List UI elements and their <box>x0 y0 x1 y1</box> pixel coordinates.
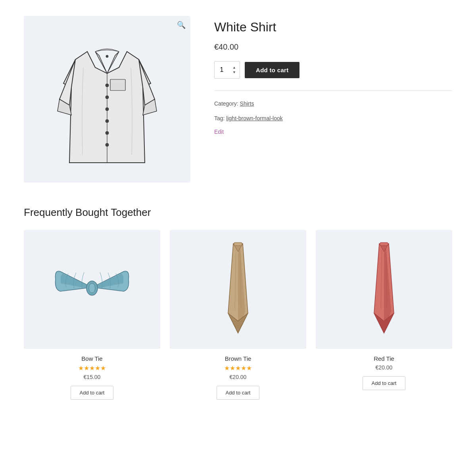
product-category: Category: Shirts <box>214 99 452 109</box>
fbt-item-name-2: Red Tie <box>374 355 394 362</box>
quantity-spinners: ▲ ▼ <box>232 65 237 75</box>
fbt-card-bow-tie: Bow Tie ★★★★★ €15.00 Add to cart <box>24 230 160 400</box>
svg-point-6 <box>106 131 109 135</box>
fbt-stars-1: ★★★★★ <box>224 364 252 372</box>
svg-rect-0 <box>110 79 125 90</box>
svg-point-5 <box>106 119 109 123</box>
svg-point-4 <box>106 108 109 111</box>
svg-point-7 <box>106 143 109 146</box>
fbt-image-brown-tie <box>170 230 306 349</box>
fbt-item-name-0: Bow Tie <box>81 355 102 362</box>
product-section: 🔍 <box>24 16 452 183</box>
quantity-input[interactable] <box>218 66 232 73</box>
quantity-down-button[interactable]: ▼ <box>232 70 237 75</box>
category-label: Category: <box>214 100 238 107</box>
fbt-add-to-cart-bow-tie[interactable]: Add to cart <box>71 386 114 400</box>
fbt-item-name-1: Brown Tie <box>225 355 251 362</box>
product-tag: Tag: light-brown-formal-look <box>214 114 452 123</box>
quantity-up-button[interactable]: ▲ <box>232 65 237 70</box>
svg-point-10 <box>89 283 95 293</box>
product-price: €40.00 <box>214 42 452 52</box>
fbt-section-title: Frequently Bought Together <box>24 206 452 219</box>
quantity-field[interactable]: ▲ ▼ <box>214 61 240 79</box>
red-tie-image <box>364 242 404 337</box>
bow-tie-image <box>52 266 132 313</box>
fbt-grid: Bow Tie ★★★★★ €15.00 Add to cart <box>24 230 452 400</box>
fbt-section: Frequently Bought Together <box>24 206 452 400</box>
product-details: White Shirt €40.00 ▲ ▼ Add to cart Categ… <box>214 16 452 183</box>
svg-point-2 <box>106 84 109 87</box>
fbt-price-0: €15.00 <box>84 374 101 380</box>
brown-tie-image <box>218 242 258 337</box>
fbt-add-to-cart-brown-tie[interactable]: Add to cart <box>217 386 260 400</box>
fbt-image-bow-tie <box>24 230 160 349</box>
svg-rect-14 <box>380 242 388 246</box>
fbt-add-to-cart-red-tie[interactable]: Add to cart <box>363 376 406 390</box>
edit-link[interactable]: Edit <box>214 129 224 135</box>
tag-link[interactable]: light-brown-formal-look <box>226 115 282 121</box>
add-to-cart-row: ▲ ▼ Add to cart <box>214 61 452 79</box>
fbt-card-brown-tie: Brown Tie ★★★★★ €20.00 Add to cart <box>170 230 306 400</box>
add-to-cart-button[interactable]: Add to cart <box>245 62 299 78</box>
svg-point-8 <box>106 55 108 58</box>
category-link[interactable]: Shirts <box>240 100 254 107</box>
fbt-price-2: €20.00 <box>376 364 393 371</box>
product-divider <box>214 90 452 91</box>
zoom-icon[interactable]: 🔍 <box>177 21 186 29</box>
fbt-stars-0: ★★★★★ <box>78 364 106 372</box>
fbt-price-1: €20.00 <box>230 374 247 380</box>
fbt-image-red-tie <box>316 230 452 349</box>
product-image <box>52 28 163 171</box>
svg-rect-11 <box>234 242 242 246</box>
tag-label: Tag: <box>214 115 225 121</box>
fbt-card-red-tie: Red Tie €20.00 Add to cart <box>316 230 452 400</box>
product-title: White Shirt <box>214 20 452 35</box>
product-image-wrapper: 🔍 <box>24 16 190 183</box>
svg-point-3 <box>106 96 109 99</box>
